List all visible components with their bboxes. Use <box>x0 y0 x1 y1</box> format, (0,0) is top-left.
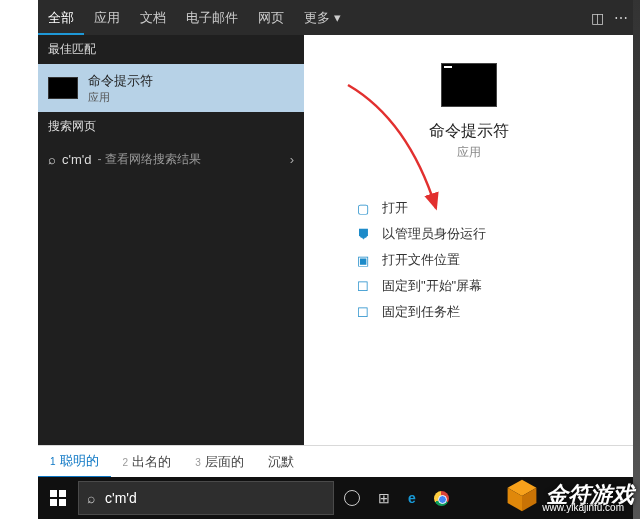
start-button[interactable] <box>38 477 78 519</box>
svg-rect-1 <box>59 490 66 497</box>
ime-text: 聪明的 <box>60 452 99 470</box>
search-icon: ⌕ <box>48 152 56 167</box>
ime-index: 2 <box>123 457 129 468</box>
folder-icon: ▣ <box>354 251 372 269</box>
cortana-icon[interactable] <box>344 490 360 506</box>
web-query-hint: - 查看网络搜索结果 <box>98 151 201 168</box>
ime-index: 1 <box>50 456 56 467</box>
brand-url: www.yikajinfu.com <box>542 502 624 513</box>
open-icon: ▢ <box>354 199 372 217</box>
search-panel: 全部 应用 文档 电子邮件 网页 更多 ▾ ◫ ⋯ 最佳匹配 命令提示符 应用 … <box>38 0 633 519</box>
tab-docs[interactable]: 文档 <box>130 0 176 35</box>
window-right-edge <box>633 0 640 519</box>
ime-index: 3 <box>195 457 201 468</box>
best-match-subtitle: 应用 <box>88 90 153 105</box>
feedback-icon[interactable]: ◫ <box>585 10 609 26</box>
ime-text: 出名的 <box>132 453 171 471</box>
watermark: 金符游戏 www.yikajinfu.com <box>504 477 634 513</box>
action-pin-taskbar[interactable]: ☐ 固定到任务栏 <box>354 299 633 325</box>
taskbar-search[interactable]: ⌕ <box>78 481 334 515</box>
chevron-right-icon: › <box>290 152 294 167</box>
svg-rect-3 <box>59 499 66 506</box>
search-icon: ⌕ <box>87 490 95 506</box>
taskview-icon[interactable]: ⊞ <box>378 490 390 506</box>
admin-icon: ⛊ <box>354 225 372 243</box>
section-web: 搜索网页 <box>38 112 304 141</box>
section-best-match: 最佳匹配 <box>38 35 304 64</box>
chrome-icon[interactable] <box>434 491 449 506</box>
tab-more[interactable]: 更多 ▾ <box>294 0 351 35</box>
best-match-item[interactable]: 命令提示符 应用 <box>38 64 304 112</box>
taskbar-icons: ⊞ e <box>344 490 449 506</box>
web-query-text: c'm'd <box>62 152 92 167</box>
best-match-title: 命令提示符 <box>88 72 153 90</box>
action-open[interactable]: ▢ 打开 <box>354 195 633 221</box>
action-list: ▢ 打开 ⛊ 以管理员身份运行 ▣ 打开文件位置 ☐ 固定到"开始"屏幕 ☐ 固… <box>354 195 633 325</box>
ime-candidate[interactable]: 3 层面的 <box>183 446 256 478</box>
search-input[interactable] <box>103 489 325 507</box>
brand-logo-icon <box>504 477 540 513</box>
pin-start-icon: ☐ <box>354 277 372 295</box>
pin-task-icon: ☐ <box>354 303 372 321</box>
tab-email[interactable]: 电子邮件 <box>176 0 248 35</box>
app-preview-icon <box>441 63 497 107</box>
action-pin-start[interactable]: ☐ 固定到"开始"屏幕 <box>354 273 633 299</box>
cmd-thumb-icon <box>48 77 78 99</box>
ime-candidate[interactable]: 沉默 <box>256 446 306 478</box>
action-label: 固定到任务栏 <box>382 303 460 321</box>
preview-pane: 命令提示符 应用 ▢ 打开 ⛊ 以管理员身份运行 ▣ 打开文件位置 ☐ 固定到"… <box>304 35 633 445</box>
tab-all[interactable]: 全部 <box>38 0 84 35</box>
svg-rect-0 <box>50 490 57 497</box>
preview-subtitle: 应用 <box>304 144 633 161</box>
action-open-location[interactable]: ▣ 打开文件位置 <box>354 247 633 273</box>
ime-text: 沉默 <box>268 453 294 471</box>
edge-icon[interactable]: e <box>408 490 416 506</box>
web-search-item[interactable]: ⌕ c'm'd - 查看网络搜索结果 › <box>38 141 304 177</box>
options-icon[interactable]: ⋯ <box>609 10 633 26</box>
ime-suggestions: 1 聪明的 2 出名的 3 层面的 沉默 <box>38 445 633 478</box>
page-gutter <box>0 0 38 519</box>
ime-candidate[interactable]: 1 聪明的 <box>38 446 111 478</box>
tab-apps[interactable]: 应用 <box>84 0 130 35</box>
ime-text: 层面的 <box>205 453 244 471</box>
preview-title: 命令提示符 <box>304 121 633 142</box>
action-label: 固定到"开始"屏幕 <box>382 277 482 295</box>
tab-web[interactable]: 网页 <box>248 0 294 35</box>
ime-candidate[interactable]: 2 出名的 <box>111 446 184 478</box>
svg-rect-2 <box>50 499 57 506</box>
action-label: 打开 <box>382 199 408 217</box>
filter-tabs: 全部 应用 文档 电子邮件 网页 更多 ▾ ◫ ⋯ <box>38 0 633 35</box>
results-list: 最佳匹配 命令提示符 应用 搜索网页 ⌕ c'm'd - 查看网络搜索结果 › <box>38 35 304 445</box>
action-label: 以管理员身份运行 <box>382 225 486 243</box>
action-label: 打开文件位置 <box>382 251 460 269</box>
action-run-admin[interactable]: ⛊ 以管理员身份运行 <box>354 221 633 247</box>
